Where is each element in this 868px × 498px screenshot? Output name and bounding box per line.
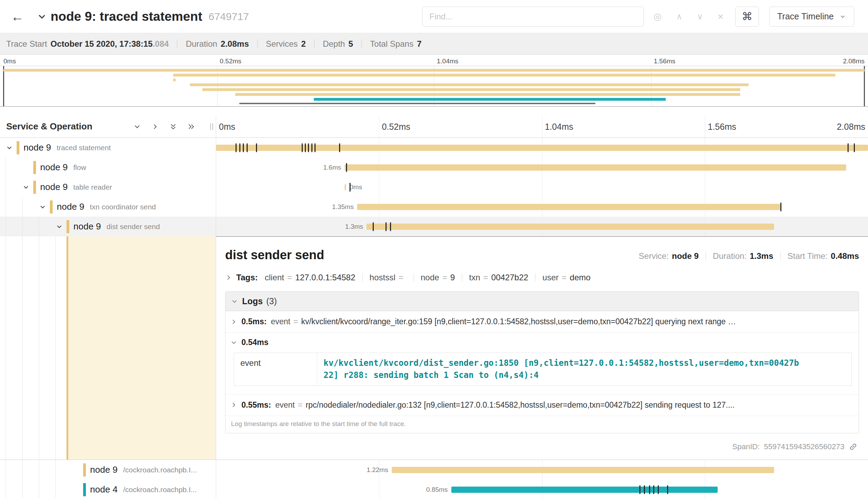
span-bar[interactable]: [216, 145, 868, 151]
log-entry-toggle[interactable]: 0.54ms: [230, 338, 854, 347]
detail-header: dist sender send Service:node 9 Duration…: [225, 246, 859, 262]
span-row[interactable]: node 9 /cockroach.roachpb.I... 1.22ms: [0, 460, 868, 480]
chevron-right-icon[interactable]: [225, 274, 232, 281]
selected-span-indent-column: [0, 236, 216, 460]
span-row[interactable]: node 9 traced statement: [0, 138, 868, 157]
span-service: node 9: [40, 162, 68, 173]
timeline-ticks-header: 0ms 0.52ms 1.04ms 1.56ms 2.08ms: [216, 116, 868, 137]
summary-label: Services: [266, 39, 298, 49]
tags-label: Tags:: [236, 273, 258, 282]
chevron-down-icon[interactable]: [55, 222, 64, 231]
span-timeline-cell[interactable]: 1.6ms: [216, 157, 868, 177]
equals-sign: =: [287, 273, 292, 282]
trace-collapse-chevron-down-icon[interactable]: [37, 11, 47, 22]
double-chevron-down-icon[interactable]: [169, 123, 177, 130]
span-name-cell[interactable]: node 9 dist sender send: [0, 217, 216, 236]
span-timeline-cell[interactable]: [216, 138, 868, 157]
span-bar[interactable]: [392, 467, 774, 473]
chevron-down-icon[interactable]: [230, 339, 237, 346]
span-service: node 4: [90, 484, 118, 495]
span-timeline-cell[interactable]: 1.35ms: [216, 197, 868, 217]
logs-header[interactable]: Logs (3): [225, 292, 859, 311]
span-bar[interactable]: [345, 184, 346, 190]
command-icon: ⌘: [742, 10, 752, 22]
span-service: node 9: [40, 182, 68, 192]
top-bar: ← node 9: traced statement 6749717 ◎ ∧ ∨…: [0, 0, 868, 33]
log-field-value: kv/kvclient/kvcoord/dist_sender.go:1850 …: [317, 353, 852, 386]
back-arrow-icon: ←: [11, 9, 24, 24]
span-service: node 9: [90, 464, 118, 475]
services-value: 2: [301, 39, 306, 49]
span-duration-label: 1.6ms: [323, 164, 341, 171]
trace-start-value: October 15 2020, 17:38:15: [51, 39, 153, 49]
indent-guide: [22, 236, 23, 460]
span-name-cell[interactable]: node 9 traced statement: [0, 138, 216, 157]
chevron-down-icon[interactable]: [231, 298, 238, 305]
span-detail-row: dist sender send Service:node 9 Duration…: [0, 236, 868, 460]
span-timeline-cell[interactable]: 1.3ms: [216, 217, 868, 236]
focus-target-icon[interactable]: ◎: [654, 11, 662, 22]
tag-key: txn: [469, 273, 480, 282]
link-icon[interactable]: [849, 442, 858, 451]
divider: [257, 39, 258, 48]
log-time: 0.55ms:: [241, 400, 271, 410]
span-timeline-cell[interactable]: 1.22ms: [216, 460, 868, 480]
span-bar[interactable]: [345, 164, 846, 171]
log-fields-table: event kv/kvclient/kvcoord/dist_sender.go…: [234, 353, 852, 386]
chevron-down-icon[interactable]: [21, 183, 30, 192]
tags-row[interactable]: Tags: client=127.0.0.1:54582 hostssl= no…: [225, 273, 859, 282]
keyboard-shortcuts-button[interactable]: ⌘: [735, 7, 759, 27]
tick-label: 0.52ms: [382, 121, 410, 132]
span-timeline-cell[interactable]: 0.85ms: [216, 480, 868, 498]
find-input[interactable]: [422, 7, 644, 27]
log-entry[interactable]: 0.5ms: event = kv/kvclient/kvcoord/range…: [225, 311, 859, 332]
find-clear-close-icon[interactable]: ×: [717, 11, 724, 22]
span-row[interactable]: node 9 txn coordinator send 1.35ms: [0, 197, 868, 217]
span-color-accent: [83, 463, 86, 477]
span-name-cell[interactable]: node 4 /cockroach.roachpb.I...: [0, 480, 216, 498]
back-button[interactable]: ←: [7, 6, 28, 27]
service-operation-title: Service & Operation: [6, 121, 92, 132]
span-name-cell[interactable]: node 9 /cockroach.roachpb.I...: [0, 460, 216, 480]
span-bar[interactable]: [357, 204, 780, 210]
trace-view: ← node 9: traced statement 6749717 ◎ ∧ ∨…: [0, 0, 868, 498]
log-value: kv/kvclient/kvcoord/range_iter.go:159 [n…: [301, 317, 854, 326]
chevron-right-icon[interactable]: [230, 401, 237, 408]
trace-summary-bar: Trace Start October 15 2020, 17:38:15.08…: [0, 33, 868, 55]
span-bar[interactable]: [366, 224, 774, 230]
span-name-cell[interactable]: node 9 flow: [0, 157, 216, 177]
meta-label: Duration:: [713, 251, 746, 261]
span-row[interactable]: node 4 /cockroach.roachpb.I... 0.85ms: [0, 480, 868, 498]
find-prev-chevron-up-icon[interactable]: ∧: [676, 12, 682, 21]
equals-sign: =: [442, 273, 447, 282]
span-operation: flow: [73, 163, 86, 172]
chevron-down-icon[interactable]: [5, 143, 14, 152]
meta-value: node 9: [672, 251, 699, 261]
minimap-tick-label: 1.56ms: [654, 57, 675, 65]
view-selector-button[interactable]: Trace Timeline: [769, 7, 854, 27]
span-name-cell[interactable]: node 9 table reader: [0, 177, 216, 197]
minimap-canvas[interactable]: [0, 66, 868, 107]
tag-item: user=demo: [542, 273, 591, 282]
span-row-selected[interactable]: node 9 dist sender send 1.3ms: [0, 217, 868, 236]
chevron-right-icon[interactable]: [230, 318, 237, 325]
indent-guide: [55, 236, 56, 460]
divider: [780, 252, 781, 261]
chevron-right-icon[interactable]: [151, 123, 159, 130]
span-name-cell[interactable]: node 9 txn coordinator send: [0, 197, 216, 217]
span-bar[interactable]: [451, 487, 718, 493]
log-entry[interactable]: 0.55ms: event = rpc/nodedialer/nodediale…: [225, 394, 859, 416]
chevron-down-icon[interactable]: [38, 202, 47, 211]
span-row[interactable]: node 9 table reader 0ms: [0, 177, 868, 197]
span-timeline-cell[interactable]: 0ms: [216, 177, 868, 197]
tag-value: 9: [450, 273, 455, 282]
span-operation: /cockroach.roachpb.I...: [123, 486, 197, 494]
column-resize-handle[interactable]: [210, 123, 213, 130]
trace-id: 6749717: [209, 11, 249, 22]
tag-item: client=127.0.0.1:54582: [265, 273, 355, 282]
span-row[interactable]: node 9 flow 1.6ms: [0, 157, 868, 177]
double-chevron-right-icon[interactable]: [187, 123, 195, 130]
find-next-chevron-down-icon[interactable]: ∨: [697, 12, 703, 21]
chevron-down-icon[interactable]: [133, 123, 141, 130]
divider: [362, 273, 363, 282]
